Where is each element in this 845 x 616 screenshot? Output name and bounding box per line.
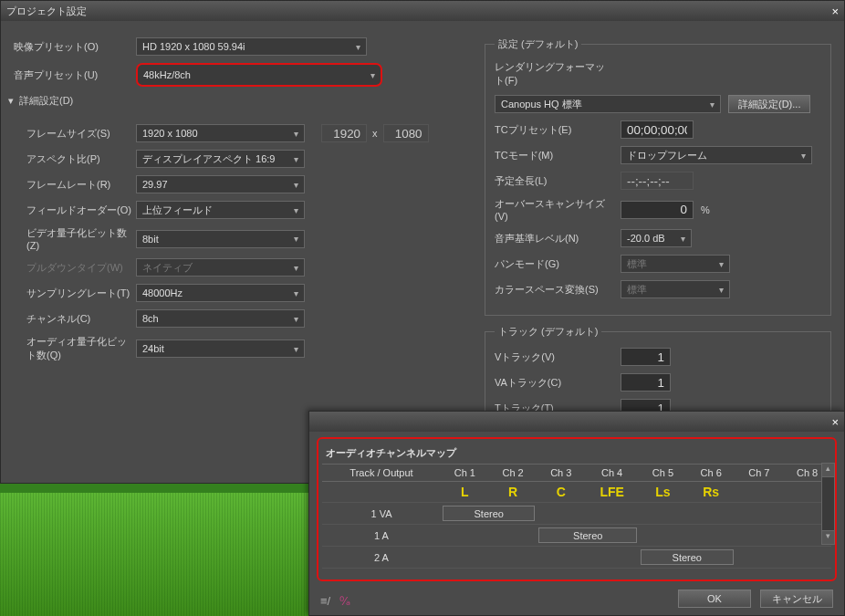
toolbar-icon-2[interactable]: ⁰⁄ₐ: [339, 594, 350, 608]
video-preset-dropdown[interactable]: HD 1920 x 1080 59.94i: [136, 37, 367, 56]
settings-group: 設定 (デフォルト) レンダリングフォーマット(F) Canopus HQ 標準…: [485, 37, 831, 316]
pulldown-dropdown: ネイティブ: [136, 258, 305, 277]
channel-cell[interactable]: [639, 503, 687, 525]
audio-bits-label: オーディオ量子化ビット数(Q): [8, 335, 136, 362]
close-icon[interactable]: ×: [831, 415, 839, 429]
frame-height-field: [383, 124, 429, 142]
pan-mode-dropdown: 標準: [621, 255, 730, 273]
frame-rate-label: フレームレート(R): [8, 178, 136, 192]
channel-map-panel: オーディオチャンネルマップ L R C LFE Ls Rs Track / Ou…: [317, 437, 837, 581]
channel-cell[interactable]: [585, 503, 639, 525]
v-track-label: Vトラック(V): [495, 350, 613, 364]
surround-c: C: [537, 482, 585, 503]
sample-rate-label: サンプリングレート(T): [8, 287, 136, 300]
scroll-up-icon[interactable]: ▴: [822, 464, 834, 477]
channel-cell[interactable]: [537, 547, 585, 569]
channel-map-window: × オーディオチャンネルマップ L R C LFE Ls Rs Track / …: [308, 411, 845, 616]
scroll-down-icon[interactable]: ▾: [822, 530, 834, 544]
v-track-field[interactable]: [621, 348, 671, 366]
header-track-output: Track / Output: [322, 465, 441, 482]
frame-size-x: x: [372, 128, 378, 139]
channel-map-table: L R C LFE Ls Rs Track / Output Ch 1 Ch 2…: [322, 464, 831, 569]
sample-rate-dropdown[interactable]: 48000Hz: [136, 284, 305, 302]
titlebar: プロジェクト設定 ×: [1, 1, 844, 21]
channel-cell[interactable]: [489, 547, 537, 569]
channel-cell[interactable]: [489, 525, 537, 547]
channel-cell[interactable]: [687, 503, 735, 525]
header-ch1: Ch 1: [441, 465, 489, 482]
video-preset-label: 映像プリセット(O): [8, 40, 136, 54]
tracks-legend: トラック (デフォルト): [495, 325, 601, 339]
stereo-assignment[interactable]: Stereo: [538, 527, 637, 543]
track-name: 1 VA: [322, 503, 441, 525]
audio-preset-dropdown[interactable]: 48kHz/8ch: [136, 63, 382, 87]
header-ch7: Ch 7: [735, 465, 784, 482]
channel-cell[interactable]: Stereo: [639, 547, 735, 569]
tc-preset-label: TCプリセット(E): [495, 123, 613, 137]
stereo-assignment[interactable]: Stereo: [443, 506, 535, 521]
table-row: 2 AStereo: [322, 547, 831, 569]
total-length-label: 予定全長(L): [495, 174, 613, 188]
channel-cell[interactable]: Stereo: [441, 503, 537, 525]
track-name: 2 A: [322, 547, 441, 569]
surround-rs: Rs: [687, 482, 735, 503]
close-icon[interactable]: ×: [831, 5, 839, 18]
channel-map-title: オーディオチャンネルマップ: [326, 446, 831, 460]
frame-rate-dropdown[interactable]: 29.97: [136, 175, 305, 193]
detail-settings-label: 詳細設定(D): [19, 94, 73, 108]
surround-l: L: [441, 482, 489, 503]
channel-cell[interactable]: [735, 547, 784, 569]
channel-dropdown[interactable]: 8ch: [136, 309, 305, 328]
render-format-dropdown[interactable]: Canopus HQ 標準: [495, 95, 721, 113]
frame-size-label: フレームサイズ(S): [8, 127, 136, 141]
header-ch4: Ch 4: [585, 465, 639, 482]
surround-r: R: [489, 482, 537, 503]
aspect-dropdown[interactable]: ディスプレイアスペクト 16:9: [136, 150, 305, 168]
tc-mode-dropdown[interactable]: ドロップフレーム: [621, 146, 812, 164]
channel-map-scrollbar[interactable]: ▴ ▾: [821, 463, 835, 545]
header-ch3: Ch 3: [537, 465, 585, 482]
toolbar-icon-1[interactable]: ≡/: [320, 594, 330, 608]
audio-preset-label: 音声プリセット(U): [8, 68, 136, 82]
audio-bits-dropdown[interactable]: 24bit: [136, 339, 305, 358]
channel-cell[interactable]: [537, 503, 585, 525]
stereo-assignment[interactable]: Stereo: [641, 549, 733, 565]
table-row: 1 AStereo: [322, 525, 831, 547]
channel-cell[interactable]: [441, 525, 489, 547]
channel-cell[interactable]: Stereo: [537, 525, 639, 547]
aspect-label: アスペクト比(P): [8, 152, 136, 166]
detail-settings-expander[interactable]: ▾ 詳細設定(D): [8, 94, 474, 108]
total-length-field: [621, 172, 694, 190]
va-track-field[interactable]: [621, 373, 671, 392]
header-ch6: Ch 6: [687, 465, 735, 482]
tc-preset-field[interactable]: [621, 120, 694, 139]
window-title: プロジェクト設定: [6, 5, 87, 18]
color-space-dropdown: 標準: [621, 280, 730, 298]
channel-cell[interactable]: [735, 503, 784, 525]
va-track-label: VAトラック(C): [495, 376, 613, 390]
field-order-dropdown[interactable]: 上位フィールド: [136, 201, 305, 219]
color-space-label: カラースペース変換(S): [495, 283, 613, 297]
ok-button[interactable]: OK: [678, 590, 751, 608]
video-bits-dropdown[interactable]: 8bit: [136, 230, 305, 248]
frame-width-field: [321, 124, 367, 142]
channel-cell[interactable]: [441, 547, 489, 569]
overscan-field[interactable]: [621, 201, 694, 219]
audio-ref-label: 音声基準レベル(N): [495, 232, 613, 245]
pulldown-label: プルダウンタイプ(W): [8, 261, 136, 275]
table-row: 1 VAStereo: [322, 503, 831, 525]
track-name: 1 A: [322, 525, 441, 547]
channel-cell[interactable]: [687, 525, 735, 547]
audio-ref-dropdown[interactable]: -20.0 dB: [621, 229, 692, 247]
cancel-button[interactable]: キャンセル: [760, 590, 833, 608]
channel-cell[interactable]: [735, 525, 784, 547]
tc-mode-label: TCモード(M): [495, 149, 613, 162]
surround-lfe: LFE: [585, 482, 639, 503]
video-bits-label: ビデオ量子化ビット数(Z): [8, 226, 136, 251]
render-format-detail-button[interactable]: 詳細設定(D)...: [728, 95, 810, 113]
channel-cell[interactable]: [783, 547, 831, 569]
channel-cell[interactable]: [639, 525, 687, 547]
pan-mode-label: パンモード(G): [495, 257, 613, 271]
frame-size-dropdown[interactable]: 1920 x 1080: [136, 124, 305, 142]
channel-cell[interactable]: [585, 547, 639, 569]
